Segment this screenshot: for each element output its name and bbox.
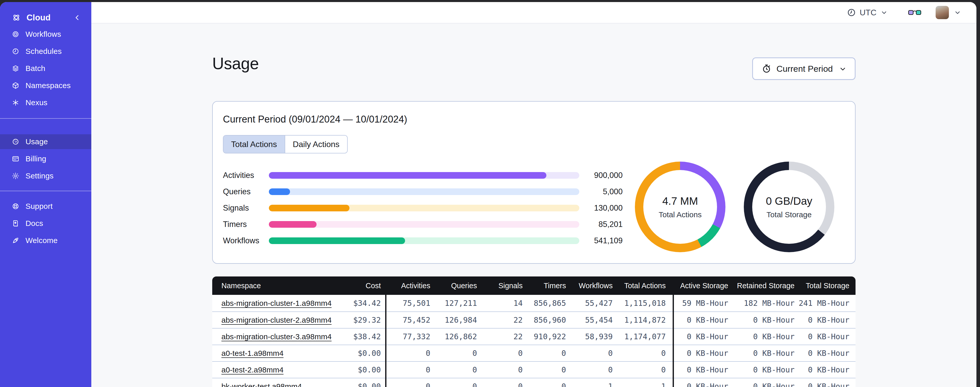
table-cell: 1,174,077 xyxy=(618,332,673,341)
topbar: UTC xyxy=(91,2,977,24)
sidebar-item-welcome[interactable]: Welcome xyxy=(0,233,91,248)
table-cell: 75,452 xyxy=(386,315,436,325)
bar-value: 5,000 xyxy=(579,187,623,196)
namespace-cell: a0-test-2.a98mm4 xyxy=(212,365,350,374)
workflows-icon xyxy=(12,30,19,38)
namespace-link[interactable]: abs-migration-cluster-3.a98mm4 xyxy=(221,333,332,341)
table-cell: 0 xyxy=(528,382,571,387)
table-cell: 0 xyxy=(386,365,436,374)
nexus-icon xyxy=(12,99,19,106)
bar-value: 130,000 xyxy=(579,203,623,213)
table-cell: 856,960 xyxy=(528,315,571,325)
brand-label: Cloud xyxy=(27,13,51,22)
namespace-link[interactable]: abs-migration-cluster-2.a98mm4 xyxy=(221,316,332,324)
table-cell: 0 xyxy=(618,349,673,358)
table-body: abs-migration-cluster-1.a98mm4$34.4275,5… xyxy=(212,295,856,387)
sidebar-divider xyxy=(0,191,91,191)
table-cell: 0 xyxy=(436,365,482,374)
col-header-queries: Queries xyxy=(436,281,482,290)
sidebar-item-nexus[interactable]: Nexus xyxy=(0,94,91,111)
table-cell: 0 xyxy=(386,349,436,358)
clock-icon xyxy=(847,8,856,17)
table-cell: 126,862 xyxy=(436,332,482,341)
total-storage-donut: 0 GB/Day Total Storage xyxy=(744,162,834,252)
table-cell: $0.00 xyxy=(350,382,386,387)
sidebar-collapse-icon[interactable] xyxy=(73,14,81,21)
table-cell: 182 MB-Hour xyxy=(734,299,798,308)
chevron-down-icon xyxy=(839,65,846,72)
namespace-cell: abs-migration-cluster-1.a98mm4 xyxy=(212,299,350,308)
bar-fill xyxy=(269,237,405,244)
namespace-link[interactable]: abs-migration-cluster-1.a98mm4 xyxy=(221,299,332,307)
bar-track xyxy=(269,172,579,179)
sidebar-item-label: Namespaces xyxy=(25,81,71,90)
sidebar-item-support[interactable]: Support xyxy=(0,199,91,214)
table-cell: 55,427 xyxy=(571,299,618,308)
table-cell: 0 xyxy=(571,365,618,374)
sidebar-item-label: Welcome xyxy=(25,236,58,245)
donut-label: Total Storage xyxy=(767,210,811,219)
table-cell: 58,939 xyxy=(571,332,618,341)
table-cell: 126,984 xyxy=(436,315,482,325)
sidebar-item-label: Support xyxy=(25,202,52,211)
table-divider xyxy=(385,295,387,387)
app-window: Cloud Workflows Schedules xyxy=(0,2,977,387)
bar-fill xyxy=(269,221,317,228)
bar-label: Activities xyxy=(223,171,269,180)
table-row: abs-migration-cluster-1.a98mm4$34.4275,5… xyxy=(212,295,856,312)
temporal-logo-icon xyxy=(12,13,21,22)
bar-label: Workflows xyxy=(223,236,269,245)
namespace-link[interactable]: a0-test-2.a98mm4 xyxy=(221,366,283,374)
table-cell: 0 xyxy=(618,365,673,374)
period-selector-button[interactable]: Current Period xyxy=(752,58,856,80)
sidebar-item-billing[interactable]: Billing xyxy=(0,151,91,166)
tab-daily-actions[interactable]: Daily Actions xyxy=(285,136,347,153)
sidebar-item-label: Docs xyxy=(25,219,43,228)
bar-row-signals: Signals 130,000 xyxy=(223,200,623,216)
billing-card-icon xyxy=(12,155,19,163)
namespace-cell: bk-worker-test.a98mm4 xyxy=(212,382,350,387)
table-row: a0-test-2.a98mm4$0.000000000 KB-Hour0 KB… xyxy=(212,361,856,378)
total-actions-donut: 4.7 MM Total Actions xyxy=(635,162,725,252)
table-cell: 75,501 xyxy=(386,299,436,308)
sidebar-item-batch[interactable]: Batch xyxy=(0,60,91,77)
col-header-workflows: Workflows xyxy=(571,281,618,290)
table-cell: 0 xyxy=(436,382,482,387)
table-divider xyxy=(673,295,674,387)
bar-row-timers: Timers 85,201 xyxy=(223,216,623,233)
sidebar-item-schedules[interactable]: Schedules xyxy=(0,43,91,60)
table-cell: 0 KB-Hour xyxy=(673,332,734,341)
table-cell: $29.32 xyxy=(350,315,386,325)
sidebar-item-docs[interactable]: Docs xyxy=(0,216,91,231)
donut-value: 4.7 MM xyxy=(662,195,698,207)
sidebar-item-workflows[interactable]: Workflows xyxy=(0,26,91,43)
table-row: a0-test-1.a98mm4$0.000000000 KB-Hour0 KB… xyxy=(212,345,856,361)
namespace-cell: abs-migration-cluster-2.a98mm4 xyxy=(212,315,350,325)
bar-value: 85,201 xyxy=(579,220,623,229)
table-row: abs-migration-cluster-3.a98mm4$38.4277,3… xyxy=(212,328,856,345)
user-avatar[interactable] xyxy=(935,6,949,19)
table-cell: 0 KB-Hour xyxy=(673,365,734,374)
bar-track xyxy=(269,205,579,211)
table-cell: $0.00 xyxy=(350,365,386,374)
namespaces-icon xyxy=(12,82,19,90)
sidebar-item-usage[interactable]: Usage xyxy=(0,134,91,149)
namespace-link[interactable]: a0-test-1.a98mm4 xyxy=(221,349,283,357)
col-header-total-actions: Total Actions xyxy=(618,281,673,290)
sidebar-item-label: Workflows xyxy=(25,30,61,38)
sidebar-brand[interactable]: Cloud xyxy=(0,10,91,26)
feedback-glasses-icon[interactable] xyxy=(908,9,921,16)
table-cell: 59 MB-Hour xyxy=(673,299,734,308)
bar-value: 900,000 xyxy=(579,171,623,180)
namespace-link[interactable]: bk-worker-test.a98mm4 xyxy=(221,382,302,387)
tab-total-actions[interactable]: Total Actions xyxy=(223,136,285,153)
sidebar-item-namespaces[interactable]: Namespaces xyxy=(0,77,91,94)
table-cell: 0 KB-Hour xyxy=(798,332,856,341)
bar-row-activities: Activities 900,000 xyxy=(223,167,623,184)
sidebar-item-settings[interactable]: Settings xyxy=(0,168,91,183)
actions-bar-chart: Activities 900,000 Queries 5,000 Signals… xyxy=(223,167,623,249)
timezone-selector[interactable]: UTC xyxy=(847,8,888,18)
sidebar-item-label: Usage xyxy=(25,138,48,146)
bar-fill xyxy=(269,205,350,211)
user-menu-chevron-icon[interactable] xyxy=(954,9,961,16)
